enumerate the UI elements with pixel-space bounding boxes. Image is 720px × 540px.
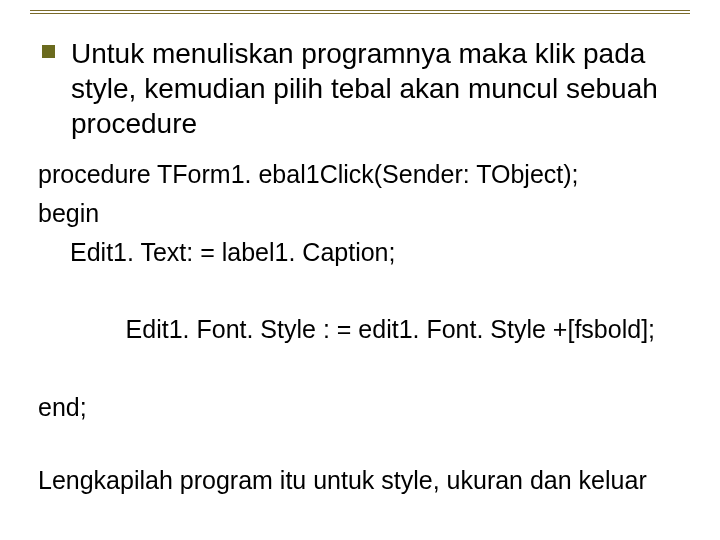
- code-line-4: Edit1. Font. Style : = edit1. Font. Styl…: [38, 271, 676, 387]
- bullet-item: Untuk menuliskan programnya maka klik pa…: [36, 36, 676, 141]
- slide: Untuk menuliskan programnya maka klik pa…: [0, 0, 720, 540]
- code-line-4b: ];: [641, 315, 655, 343]
- code-line-3: Edit1. Text: = label1. Caption;: [38, 233, 676, 272]
- code-line-1: procedure TForm1. ebal1Click(Sender: TOb…: [38, 155, 676, 194]
- footer-text: Lengkapilah program itu untuk style, uku…: [38, 464, 676, 497]
- content-area: Untuk menuliskan programnya maka klik pa…: [36, 36, 676, 497]
- code-line-2: begin: [38, 194, 676, 233]
- code-line-5: end;: [38, 388, 676, 427]
- square-bullet-icon: [42, 45, 55, 58]
- code-line-4a: Edit1. Font. Style : = edit1. Font. Styl…: [126, 315, 642, 343]
- code-block: procedure TForm1. ebal1Click(Sender: TOb…: [38, 155, 676, 426]
- bullet-text: Untuk menuliskan programnya maka klik pa…: [71, 36, 676, 141]
- top-divider: [30, 10, 690, 14]
